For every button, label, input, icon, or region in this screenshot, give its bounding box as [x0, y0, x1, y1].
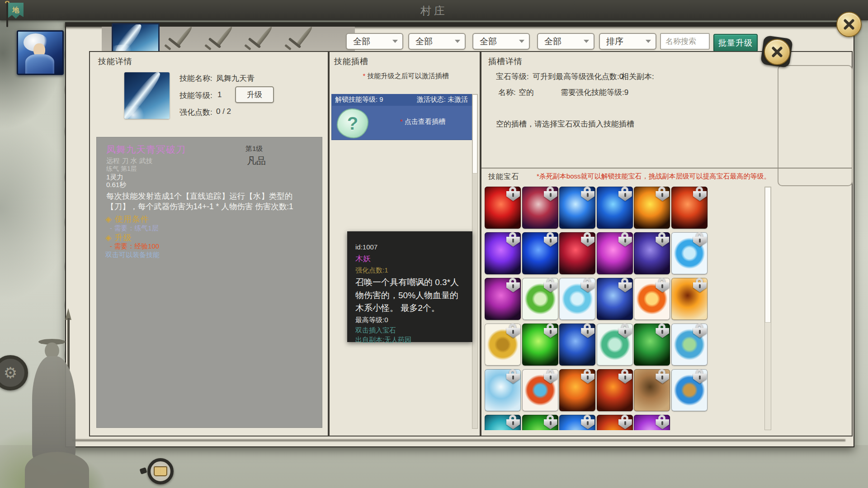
- skill-card-level: 第1级: [245, 145, 263, 153]
- gem-tile[interactable]: [485, 232, 521, 274]
- skill-description-card: 凤舞九天青冥破刀 第1级 远程 刀 水 武技 凡品 练气 第1层 1灵力 0.6…: [96, 137, 322, 428]
- background-ground: [0, 445, 868, 488]
- gem-tile[interactable]: [522, 369, 558, 411]
- gem-tile[interactable]: [485, 278, 521, 320]
- tooltip-max-level: 最高等级:0: [355, 316, 465, 324]
- lock-icon: [505, 278, 521, 293]
- slot-unlock-level: 解锁技能等级: 9: [335, 95, 383, 106]
- skillbar-slot-active[interactable]: [112, 23, 160, 54]
- req-enhance-level: 需要强化技能等级:9: [561, 87, 628, 98]
- scrollbar-thumb[interactable]: [765, 187, 771, 323]
- gem-tile[interactable]: [671, 324, 708, 366]
- gem-tile[interactable]: [559, 415, 595, 430]
- tooltip-source: 出自副本:无人药园: [355, 336, 465, 344]
- gem-tile[interactable]: [597, 415, 633, 430]
- skillbar-slot-3[interactable]: [203, 23, 230, 51]
- skill-speed: 0.61秒: [106, 181, 126, 189]
- lock-icon: [505, 415, 521, 430]
- dungeon-label: 相关副本:: [621, 71, 654, 82]
- gem-tile[interactable]: [559, 187, 595, 229]
- lock-icon: [580, 324, 595, 339]
- gem-tile[interactable]: [634, 415, 670, 430]
- lock-icon: [580, 415, 595, 430]
- slot-panel-scrollbar[interactable]: [472, 94, 478, 429]
- gem-tile[interactable]: [634, 278, 670, 320]
- gem-grid-scrollbar[interactable]: [764, 187, 771, 430]
- screen-close-button[interactable]: [836, 12, 862, 37]
- skill-slot-card[interactable]: 解锁技能等级: 9 激活状态: 未激活 ? * 点击查看插槽: [331, 94, 472, 140]
- location-title: 村庄: [0, 4, 868, 18]
- skillbar-slot-4[interactable]: [243, 23, 269, 51]
- name-search-input[interactable]: [660, 33, 710, 50]
- portrait-armor: [25, 54, 54, 74]
- gem-tile[interactable]: [559, 324, 595, 366]
- filter-dropdown-4[interactable]: 全部: [537, 33, 594, 50]
- top-location-band: 村庄: [0, 0, 868, 20]
- book-icon: [154, 466, 167, 476]
- lock-icon: [692, 232, 708, 248]
- gem-tile[interactable]: [559, 232, 595, 274]
- lock-icon: [618, 369, 633, 385]
- filter-dropdown-1-value: 全部: [353, 36, 370, 47]
- map-flag-icon[interactable]: 地: [5, 1, 28, 28]
- gem-tile[interactable]: [671, 278, 708, 320]
- gem-tile[interactable]: [522, 324, 558, 366]
- view-slot-hint: * 点击查看插槽: [400, 117, 445, 126]
- gem-tile[interactable]: [597, 369, 633, 411]
- blue-sword-art: [113, 24, 158, 52]
- panel-close-button[interactable]: [764, 39, 790, 65]
- gem-tile[interactable]: [485, 324, 521, 366]
- gem-tile[interactable]: [485, 415, 521, 430]
- lock-icon: [692, 369, 708, 385]
- gem-tile[interactable]: [522, 415, 558, 430]
- scrollbar-thumb[interactable]: [472, 94, 477, 174]
- gem-tile[interactable]: [559, 278, 595, 320]
- gem-tile[interactable]: [671, 187, 708, 229]
- gem-tile[interactable]: [597, 324, 633, 366]
- equip-hint: 双击可以装备技能: [105, 251, 160, 259]
- gem-tile[interactable]: [597, 232, 633, 274]
- lock-icon: [580, 278, 595, 293]
- gem-tile[interactable]: [522, 278, 558, 320]
- gem-tile[interactable]: [597, 278, 633, 320]
- gem-tile[interactable]: [671, 369, 708, 411]
- slot-activate-hint: * 技能升级之后可以激活插槽: [335, 72, 477, 80]
- lock-icon: [692, 278, 708, 293]
- gem-tile[interactable]: [485, 369, 521, 411]
- points-label: 强化点数:0: [586, 71, 623, 82]
- gem-tile[interactable]: [634, 232, 670, 274]
- gem-tile[interactable]: [634, 187, 670, 229]
- blue-sword-art: [124, 72, 170, 119]
- upgrade-requirement: - 需要：经验100: [110, 242, 159, 251]
- lock-icon: [655, 324, 670, 339]
- gems-unlock-hint: *杀死副本boss就可以解锁技能宝石，挑战副本层级可以提高宝石最高的等级。: [537, 172, 771, 181]
- lock-icon: [543, 415, 558, 430]
- gem-tile[interactable]: [522, 232, 558, 274]
- flag-character: 地: [13, 6, 19, 14]
- gem-tile[interactable]: [634, 324, 670, 366]
- tooltip-points: 强化点数:1: [355, 266, 465, 275]
- background-mountain: [0, 113, 72, 303]
- lock-icon: [543, 232, 558, 248]
- gem-tile[interactable]: [634, 369, 670, 411]
- gem-tile[interactable]: [559, 369, 595, 411]
- journal-book-button[interactable]: [147, 458, 174, 484]
- filter-dropdown-2[interactable]: 全部: [408, 33, 466, 50]
- gem-tile[interactable]: [597, 187, 633, 229]
- lock-icon: [580, 232, 595, 248]
- gem-tile[interactable]: [671, 232, 708, 274]
- lock-icon: [618, 415, 633, 430]
- sort-dropdown[interactable]: 排序: [599, 33, 656, 50]
- gem-tile[interactable]: [485, 187, 521, 229]
- tooltip-gem-name: 木妖: [355, 253, 465, 264]
- skillbar-slot-5[interactable]: [283, 23, 310, 51]
- character-portrait[interactable]: [17, 30, 64, 75]
- batch-upgrade-button[interactable]: 批量升级: [713, 34, 758, 52]
- diamond-icon: ◈: [105, 215, 112, 224]
- filter-dropdown-3[interactable]: 全部: [472, 33, 530, 50]
- gem-tile[interactable]: [522, 187, 558, 229]
- filter-dropdown-1[interactable]: 全部: [346, 33, 403, 50]
- slot-active-status: 激活状态: 未激活: [417, 95, 468, 106]
- upgrade-button[interactable]: 升级: [235, 86, 274, 103]
- skillbar-slot-2[interactable]: [163, 23, 189, 51]
